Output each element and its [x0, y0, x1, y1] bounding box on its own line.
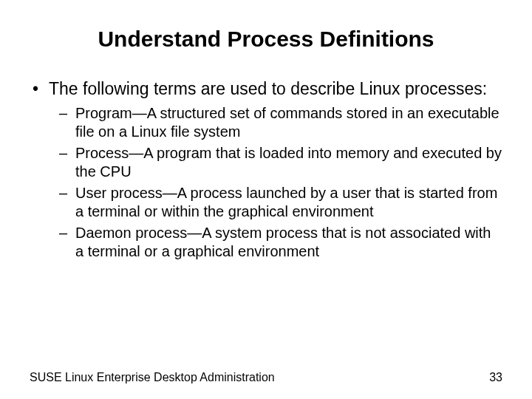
definition-text: User process—A process launched by a use… [75, 185, 497, 219]
definition-item: User process—A process launched by a use… [59, 184, 502, 221]
definition-item: Program—A structured set of commands sto… [59, 104, 502, 141]
definition-text: Program—A structured set of commands sto… [75, 105, 499, 140]
footer-source: SUSE Linux Enterprise Desktop Administra… [30, 371, 275, 384]
definition-item: Daemon process—A system process that is … [59, 224, 502, 261]
bullet-list-level1: The following terms are used to describe… [30, 78, 502, 261]
intro-bullet: The following terms are used to describe… [30, 78, 502, 261]
bullet-list-level2: Program—A structured set of commands sto… [59, 104, 502, 261]
definition-text: Process—A program that is loaded into me… [75, 145, 502, 180]
definition-item: Process—A program that is loaded into me… [59, 144, 502, 181]
slide: Understand Process Definitions The follo… [0, 0, 532, 399]
slide-footer: SUSE Linux Enterprise Desktop Administra… [30, 371, 502, 384]
slide-title: Understand Process Definitions [30, 27, 502, 52]
intro-text: The following terms are used to describe… [49, 79, 487, 98]
definition-text: Daemon process—A system process that is … [75, 225, 491, 259]
footer-page-number: 33 [489, 371, 502, 384]
